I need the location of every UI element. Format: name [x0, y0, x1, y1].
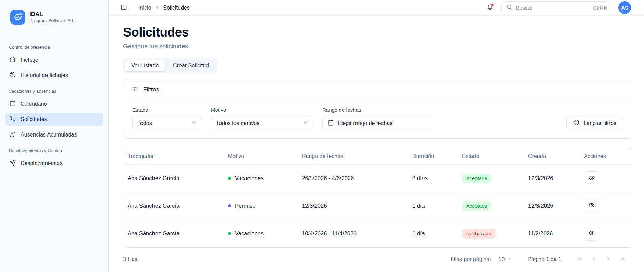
eye-icon [588, 174, 595, 182]
calendar-icon [327, 119, 334, 127]
sidebar-item-calendario[interactable]: Calendario [5, 97, 103, 111]
motivo-label: Vacaciones [235, 230, 264, 237]
eye-icon [588, 230, 595, 238]
breadcrumb: Inicio Solicitudes [138, 5, 190, 11]
next-page-button[interactable] [603, 254, 613, 264]
rows-per-page-label: Filas por página: [451, 256, 491, 262]
sidebar-item-fichaje[interactable]: Fichaje [5, 53, 103, 67]
notifications-button[interactable] [484, 2, 495, 13]
filters-header: Filtros [123, 80, 632, 100]
sidebar-item-label: Fichaje [21, 57, 38, 63]
pagination-controls: Filas por página: 10 Página 1 de 1 [451, 254, 632, 264]
column-header: Motivo [224, 148, 298, 164]
sidebar-item-label: Historial de fichajes [21, 72, 68, 78]
cell-rango: 12/3/2026 [298, 192, 408, 220]
avatar[interactable]: AS [618, 1, 631, 14]
motivo-dot [228, 177, 231, 180]
page-title: Solicitudes [123, 25, 632, 40]
motivo-dot [228, 204, 231, 207]
chevron-left-icon [591, 256, 597, 263]
cell-creada: 12/3/2026 [524, 192, 580, 220]
filter-rango: Rango de fechas Elegir rango de fechas [322, 107, 432, 130]
calendar-icon [9, 100, 16, 108]
table-footer: 3 filas. Filas por página: 10 Página 1 d… [123, 254, 632, 271]
sidebar-toggle-button[interactable] [118, 2, 129, 13]
clear-filters-label: Limpiar filtros [584, 120, 616, 126]
filter-motivo: Motivo Todos los motivos [211, 107, 313, 130]
status-badge: Aceptada [462, 201, 491, 211]
brand-company: Diagram Software S.L. [29, 18, 76, 24]
filters-body: Estado Todos Motivo Todos los motivos [123, 100, 632, 138]
date-range-button[interactable]: Elegir rango de fechas [322, 116, 432, 130]
cell-rango: 26/5/2026 - 4/6/2026 [298, 164, 408, 192]
rows-per-page-value: 10 [498, 256, 505, 262]
page-subtitle: Gestiona tus solicitudes [123, 43, 632, 50]
cell-trabajador: Ana Sánchez García [123, 220, 224, 247]
column-header: Rango de fechas [298, 148, 408, 164]
nav-section-label: Vacaciones y ausencias [9, 89, 99, 94]
sidebar-item-solicitudes[interactable]: Solicitudes [5, 113, 103, 126]
last-page-button[interactable] [617, 254, 628, 264]
cell-motivo: Vacaciones [228, 230, 294, 237]
first-page-button[interactable] [574, 254, 585, 264]
app-root: IDAL Diagram Software S.L. Control de pr… [0, 0, 644, 272]
sidebar-item-desplazamientos[interactable]: Desplazamientos [5, 157, 103, 170]
search-box: Ctrl+K [501, 1, 612, 14]
column-header: Duración [408, 148, 458, 164]
status-badge: Aceptada [462, 174, 491, 183]
panel-left-icon [121, 4, 127, 12]
filters-card: Filtros Estado Todos Motivo [123, 80, 632, 139]
cell-duracion: 1 día [408, 192, 458, 220]
chevron-right-icon [605, 256, 612, 263]
motivo-label: Vacaciones [235, 175, 264, 182]
sliders-icon [132, 86, 139, 94]
view-request-button[interactable] [584, 171, 599, 185]
estado-select[interactable]: Todos [132, 116, 202, 130]
cell-duracion: 1 día [408, 220, 458, 247]
sidebar: IDAL Diagram Software S.L. Control de pr… [0, 0, 109, 272]
main-area: Inicio Solicitudes [109, 0, 644, 272]
eye-icon [588, 202, 595, 210]
chevron-down-icon [191, 120, 197, 127]
sidebar-item-label: Calendario [21, 101, 47, 107]
tab-list: Ver Listado Crear Solicitud [123, 58, 217, 73]
filter-motivo-label: Motivo [211, 107, 313, 113]
sidebar-item-label: Desplazamientos [21, 160, 63, 167]
search-input[interactable] [516, 5, 590, 11]
filter-rango-label: Rango de fechas [322, 107, 432, 113]
view-request-button[interactable] [584, 199, 599, 213]
column-header: Trabajador [123, 148, 224, 164]
clear-filters-button[interactable]: Limpiar filtros [566, 116, 623, 130]
chevrons-left-icon [576, 256, 583, 263]
sidebar-item-ausencias[interactable]: Ausencias Acumuladas [5, 128, 103, 141]
cell-rango: 10/4/2026 - 11/4/2026 [298, 220, 408, 247]
column-header: Estado [458, 148, 524, 164]
send-icon [9, 159, 16, 168]
tab-ver-listado[interactable]: Ver Listado [124, 60, 165, 71]
prev-page-button[interactable] [589, 254, 599, 264]
history-icon [9, 71, 16, 80]
chevron-down-icon [507, 256, 512, 263]
breadcrumb-home-link[interactable]: Inicio [138, 5, 151, 11]
nav-section-label: Control de presencia [9, 45, 99, 50]
search-icon [507, 4, 512, 11]
app-logo-icon [10, 10, 25, 25]
topbar-divider [133, 4, 133, 11]
motivo-select[interactable]: Todos los motivos [211, 116, 313, 130]
cell-creada: 12/3/2026 [524, 164, 580, 192]
chevrons-right-icon [619, 256, 626, 263]
cell-duracion: 8 días [408, 164, 458, 192]
column-header: Creada [524, 148, 580, 164]
table-header-row: Trabajador Motivo Rango de fechas Duraci… [123, 148, 632, 164]
notification-dot [491, 3, 494, 6]
sidebar-item-historial[interactable]: Historial de fichajes [5, 69, 103, 82]
requests-table-card: Trabajador Motivo Rango de fechas Duraci… [123, 148, 632, 248]
page-indicator: Página 1 de 1 [527, 256, 561, 262]
tab-crear-solicitud[interactable]: Crear Solicitud [166, 60, 216, 71]
cell-motivo: Permiso [228, 203, 294, 209]
topbar-right: Ctrl+K AS [484, 1, 631, 14]
sidebar-item-label: Ausencias Acumuladas [21, 132, 77, 138]
rows-per-page-select[interactable]: 10 [498, 256, 512, 263]
table-row: Ana Sánchez García Vacaciones 26/5/2026 … [123, 164, 632, 192]
view-request-button[interactable] [584, 227, 599, 241]
